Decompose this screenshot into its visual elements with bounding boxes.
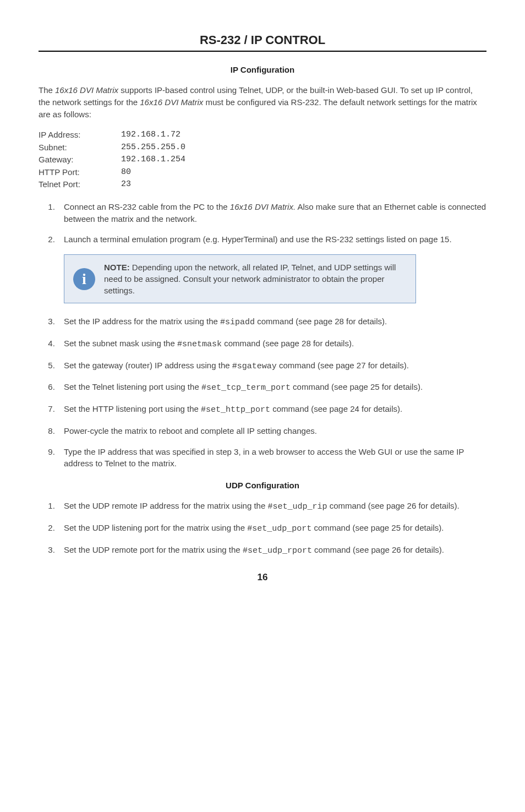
udp3-text-a: Set the UDP remote port for the matrix u… (64, 545, 243, 554)
step3-cmd: #sipadd (220, 318, 255, 327)
info-icon: i (73, 268, 95, 290)
step1-text-a: Connect an RS-232 cable from the PC to t… (64, 202, 230, 211)
table-row: HTTP Port: 80 (39, 166, 486, 179)
list-item: Set the Telnet listening port using the … (57, 381, 486, 394)
telnet-port-label: Telnet Port: (39, 178, 121, 191)
page-header-title: RS-232 / IP CONTROL (39, 33, 486, 47)
list-item: Set the UDP listening port for the matri… (57, 522, 486, 535)
list-item: Power-cycle the matrix to reboot and com… (57, 425, 486, 437)
http-port-label: HTTP Port: (39, 166, 121, 179)
table-row: Telnet Port: 23 (39, 178, 486, 191)
step4-text-a: Set the subnet mask using the (64, 339, 177, 348)
table-row: Gateway: 192.168.1.254 (39, 154, 486, 166)
step7-cmd: #set_http_port (201, 405, 270, 415)
subnet-label: Subnet: (39, 141, 121, 154)
list-item: Launch a terminal emulation program (e.g… (57, 233, 486, 246)
step6-text-a: Set the Telnet listening port using the (64, 382, 201, 391)
gateway-value: 192.168.1.254 (121, 154, 185, 166)
ip-steps-list-1: Connect an RS-232 cable from the PC to t… (39, 201, 486, 246)
ip-address-value: 192.168.1.72 (121, 129, 181, 141)
udp-steps-list: Set the UDP remote IP address for the ma… (39, 500, 486, 557)
subnet-value: 255.255.255.0 (121, 141, 185, 154)
intro-product-1: 16x16 DVI Matrix (55, 85, 118, 95)
udp3-cmd: #set_udp_rport (243, 546, 312, 555)
note-body: Depending upon the network, all related … (104, 263, 396, 295)
step4-text-b: command (see page 28 for details). (222, 339, 354, 348)
step3-text-a: Set the IP address for the matrix using … (64, 317, 220, 326)
list-item: Type the IP address that was specified i… (57, 446, 486, 470)
udp2-text-a: Set the UDP listening port for the matri… (64, 523, 247, 532)
ip-config-intro: The 16x16 DVI Matrix supports IP-based c… (39, 84, 486, 120)
note-label: NOTE: (104, 263, 130, 272)
udp1-cmd: #set_udp_rip (267, 502, 327, 511)
gateway-label: Gateway: (39, 154, 121, 166)
list-item: Set the UDP remote IP address for the ma… (57, 500, 486, 513)
page-number: 16 (39, 572, 486, 583)
ip-address-label: IP Address: (39, 129, 121, 141)
step7-text-a: Set the HTTP listening port using the (64, 404, 201, 413)
list-item: Set the gateway (router) IP address usin… (57, 359, 486, 373)
step6-cmd: #set_tcp_term_port (201, 383, 291, 393)
udp3-text-b: command (see page 26 for details). (312, 545, 444, 554)
intro-text-pre: The (39, 85, 55, 95)
step4-cmd: #snetmask (177, 340, 222, 349)
header-rule (39, 51, 486, 52)
step7-text-b: command (see page 24 for details). (270, 404, 402, 413)
udp1-text-b: command (see page 26 for details). (327, 501, 460, 510)
list-item: Set the HTTP listening port using the #s… (57, 403, 486, 416)
ip-config-heading: IP Configuration (39, 65, 486, 74)
list-item: Set the IP address for the matrix using … (57, 315, 486, 329)
udp-config-heading: UDP Configuration (39, 481, 486, 490)
list-item: Set the UDP remote port for the matrix u… (57, 544, 486, 557)
note-box: i NOTE: Depending upon the network, all … (64, 254, 416, 303)
step5-text-b: command (see page 27 for details). (277, 361, 409, 370)
http-port-value: 80 (121, 166, 131, 179)
udp2-cmd: #set_udp_port (247, 524, 311, 533)
table-row: Subnet: 255.255.255.0 (39, 141, 486, 154)
step6-text-b: command (see page 25 for details). (291, 382, 423, 391)
step5-text-a: Set the gateway (router) IP address usin… (64, 361, 232, 370)
note-text: NOTE: Depending upon the network, all re… (104, 261, 407, 296)
table-row: IP Address: 192.168.1.72 (39, 129, 486, 141)
step5-cmd: #sgateway (232, 362, 277, 371)
step3-text-b: command (see page 28 for details). (255, 317, 387, 326)
list-item: Set the subnet mask using the #snetmask … (57, 337, 486, 351)
udp1-text-a: Set the UDP remote IP address for the ma… (64, 501, 267, 510)
udp2-text-b: command (see page 25 for details). (311, 523, 444, 532)
network-defaults-table: IP Address: 192.168.1.72 Subnet: 255.255… (39, 129, 486, 191)
step1-product: 16x16 DVI Matrix. (230, 202, 296, 211)
list-item: Connect an RS-232 cable from the PC to t… (57, 201, 486, 225)
intro-product-2: 16x16 DVI Matrix (140, 97, 203, 107)
telnet-port-value: 23 (121, 178, 131, 191)
ip-steps-list-2: Set the IP address for the matrix using … (39, 315, 486, 470)
